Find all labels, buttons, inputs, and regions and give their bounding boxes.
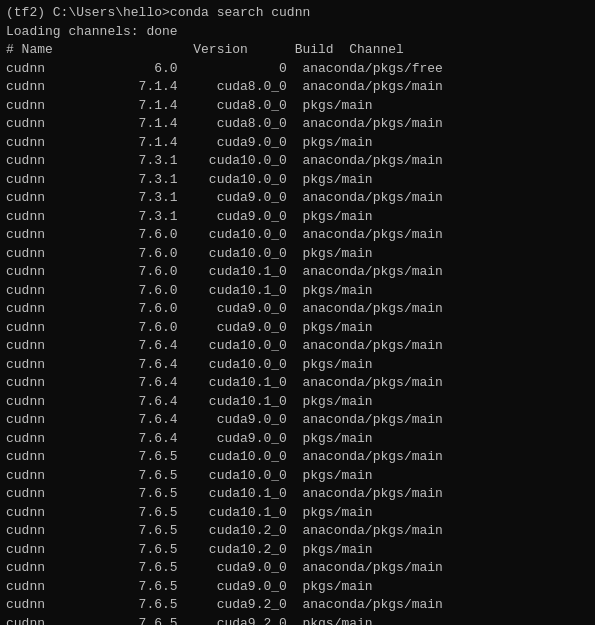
table-row: cudnn 7.1.4 cuda8.0_0 anaconda/pkgs/main (6, 78, 589, 97)
row-channel: pkgs/main (287, 283, 373, 298)
row-channel: anaconda/pkgs/free (287, 61, 443, 76)
table-row: cudnn 7.6.5 cuda10.0_0 pkgs/main (6, 467, 589, 486)
row-version: 7.6.5 (84, 579, 178, 594)
row-build: cuda10.0_0 (178, 449, 287, 464)
row-name: cudnn (6, 246, 84, 261)
row-name: cudnn (6, 135, 84, 150)
row-version: 7.6.5 (84, 523, 178, 538)
table-row: cudnn 7.6.5 cuda10.0_0 anaconda/pkgs/mai… (6, 448, 589, 467)
row-name: cudnn (6, 116, 84, 131)
table-row: cudnn 7.6.5 cuda9.2_0 anaconda/pkgs/main (6, 596, 589, 615)
row-build: cuda9.0_0 (178, 579, 287, 594)
row-version: 7.3.1 (84, 172, 178, 187)
row-channel: anaconda/pkgs/main (287, 227, 443, 242)
row-channel: anaconda/pkgs/main (287, 338, 443, 353)
row-version: 7.1.4 (84, 135, 178, 150)
row-name: cudnn (6, 486, 84, 501)
row-name: cudnn (6, 579, 84, 594)
table-row: cudnn 7.6.5 cuda9.0_0 pkgs/main (6, 578, 589, 597)
table-row: cudnn 7.6.4 cuda10.0_0 pkgs/main (6, 356, 589, 375)
row-version: 7.6.5 (84, 616, 178, 626)
row-channel: pkgs/main (287, 579, 373, 594)
row-version: 7.6.5 (84, 486, 178, 501)
row-build: cuda10.1_0 (178, 486, 287, 501)
row-version: 7.6.0 (84, 283, 178, 298)
row-version: 7.6.0 (84, 301, 178, 316)
row-name: cudnn (6, 616, 84, 626)
row-build: cuda8.0_0 (178, 98, 287, 113)
row-build: cuda10.1_0 (178, 264, 287, 279)
row-name: cudnn (6, 283, 84, 298)
row-name: cudnn (6, 560, 84, 575)
row-channel: anaconda/pkgs/main (287, 79, 443, 94)
table-row: cudnn 7.6.4 cuda9.0_0 anaconda/pkgs/main (6, 411, 589, 430)
row-channel: anaconda/pkgs/main (287, 153, 443, 168)
row-name: cudnn (6, 597, 84, 612)
row-name: cudnn (6, 98, 84, 113)
row-build: cuda10.0_0 (178, 338, 287, 353)
row-name: cudnn (6, 357, 84, 372)
row-name: cudnn (6, 375, 84, 390)
table-header: # Name Version Build Channel (6, 41, 589, 60)
row-channel: anaconda/pkgs/main (287, 412, 443, 427)
row-build: cuda9.2_0 (178, 597, 287, 612)
row-channel: pkgs/main (287, 394, 373, 409)
row-channel: pkgs/main (287, 172, 373, 187)
row-version: 7.6.0 (84, 246, 178, 261)
row-version: 7.6.0 (84, 264, 178, 279)
table-row: cudnn 7.6.0 cuda9.0_0 pkgs/main (6, 319, 589, 338)
row-name: cudnn (6, 79, 84, 94)
table-row: cudnn 7.6.5 cuda10.2_0 pkgs/main (6, 541, 589, 560)
row-version: 7.6.0 (84, 320, 178, 335)
row-channel: pkgs/main (287, 246, 373, 261)
row-channel: pkgs/main (287, 616, 373, 626)
row-version: 7.6.5 (84, 597, 178, 612)
table-row: cudnn 7.6.4 cuda10.1_0 anaconda/pkgs/mai… (6, 374, 589, 393)
row-build: cuda10.1_0 (178, 394, 287, 409)
table-row: cudnn 7.6.0 cuda10.1_0 pkgs/main (6, 282, 589, 301)
row-channel: pkgs/main (287, 542, 373, 557)
row-build: cuda10.2_0 (178, 542, 287, 557)
row-build: cuda10.0_0 (178, 227, 287, 242)
row-version: 7.6.5 (84, 505, 178, 520)
row-channel: anaconda/pkgs/main (287, 597, 443, 612)
row-name: cudnn (6, 301, 84, 316)
row-build: cuda9.0_0 (178, 431, 287, 446)
header-text: # Name Version Build Channel (6, 41, 404, 60)
row-build: cuda9.0_0 (178, 209, 287, 224)
row-build: cuda10.1_0 (178, 283, 287, 298)
row-build: cuda10.0_0 (178, 153, 287, 168)
row-version: 7.6.4 (84, 357, 178, 372)
row-version: 7.6.5 (84, 542, 178, 557)
row-version: 7.6.0 (84, 227, 178, 242)
row-channel: pkgs/main (287, 357, 373, 372)
row-version: 7.1.4 (84, 116, 178, 131)
row-channel: anaconda/pkgs/main (287, 190, 443, 205)
table-row: cudnn 6.0 0 anaconda/pkgs/free (6, 60, 589, 79)
prompt-line: (tf2) C:\Users\hello>conda search cudnn (6, 4, 589, 23)
row-channel: pkgs/main (287, 505, 373, 520)
row-name: cudnn (6, 412, 84, 427)
row-name: cudnn (6, 264, 84, 279)
row-version: 7.3.1 (84, 153, 178, 168)
row-channel: anaconda/pkgs/main (287, 486, 443, 501)
row-name: cudnn (6, 449, 84, 464)
row-channel: pkgs/main (287, 431, 373, 446)
row-name: cudnn (6, 394, 84, 409)
row-build: cuda10.0_0 (178, 357, 287, 372)
row-name: cudnn (6, 505, 84, 520)
row-build: cuda9.0_0 (178, 135, 287, 150)
row-name: cudnn (6, 61, 84, 76)
row-channel: pkgs/main (287, 135, 373, 150)
row-name: cudnn (6, 227, 84, 242)
table-row: cudnn 7.3.1 cuda10.0_0 pkgs/main (6, 171, 589, 190)
row-channel: anaconda/pkgs/main (287, 449, 443, 464)
row-name: cudnn (6, 190, 84, 205)
row-build: cuda10.0_0 (178, 172, 287, 187)
row-name: cudnn (6, 153, 84, 168)
row-channel: anaconda/pkgs/main (287, 116, 443, 131)
row-version: 7.6.4 (84, 338, 178, 353)
row-name: cudnn (6, 468, 84, 483)
table-row: cudnn 7.1.4 cuda8.0_0 pkgs/main (6, 97, 589, 116)
prompt-text: (tf2) C:\Users\hello>conda search cudnn (6, 4, 310, 23)
